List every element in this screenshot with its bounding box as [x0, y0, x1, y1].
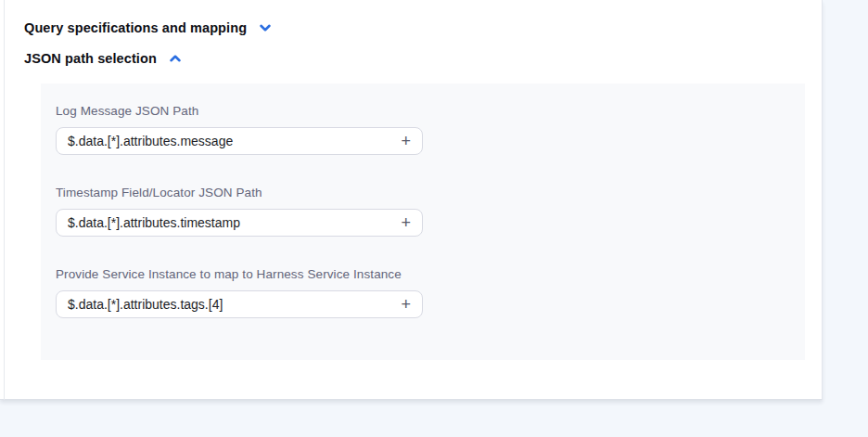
service-instance-add-button[interactable]: +	[399, 296, 413, 313]
json-path-selection-panel: Log Message JSON Path + Timestamp Field/…	[41, 84, 805, 360]
service-instance-json-path-input-wrap: +	[56, 290, 423, 318]
log-message-json-path-label: Log Message JSON Path	[56, 104, 423, 118]
service-instance-json-path-input[interactable]	[68, 297, 399, 312]
timestamp-add-button[interactable]: +	[399, 214, 413, 231]
timestamp-json-path-input[interactable]	[68, 215, 399, 230]
section-title-query-specifications: Query specifications and mapping	[24, 20, 247, 35]
card-left-border	[4, 0, 5, 400]
field-service-instance-json-path: Provide Service Instance to map to Harne…	[56, 267, 423, 318]
section-title-json-path-selection: JSON path selection	[24, 51, 157, 66]
log-message-json-path-input[interactable]	[68, 134, 399, 148]
chevron-up-icon[interactable]	[167, 50, 184, 67]
timestamp-json-path-label: Timestamp Field/Locator JSON Path	[56, 186, 423, 199]
field-timestamp-json-path: Timestamp Field/Locator JSON Path +	[56, 186, 423, 237]
log-message-add-button[interactable]: +	[399, 133, 413, 149]
field-log-message-json-path: Log Message JSON Path +	[56, 104, 423, 155]
timestamp-json-path-input-wrap: +	[56, 209, 423, 237]
query-mapping-card: Query specifications and mapping JSON pa…	[0, 0, 823, 400]
chevron-down-icon[interactable]	[257, 19, 274, 36]
section-toggle-query-specifications[interactable]: Query specifications and mapping	[24, 19, 274, 36]
service-instance-json-path-label: Provide Service Instance to map to Harne…	[56, 267, 423, 281]
log-message-json-path-input-wrap: +	[56, 127, 423, 155]
section-toggle-json-path-selection[interactable]: JSON path selection	[24, 50, 184, 67]
